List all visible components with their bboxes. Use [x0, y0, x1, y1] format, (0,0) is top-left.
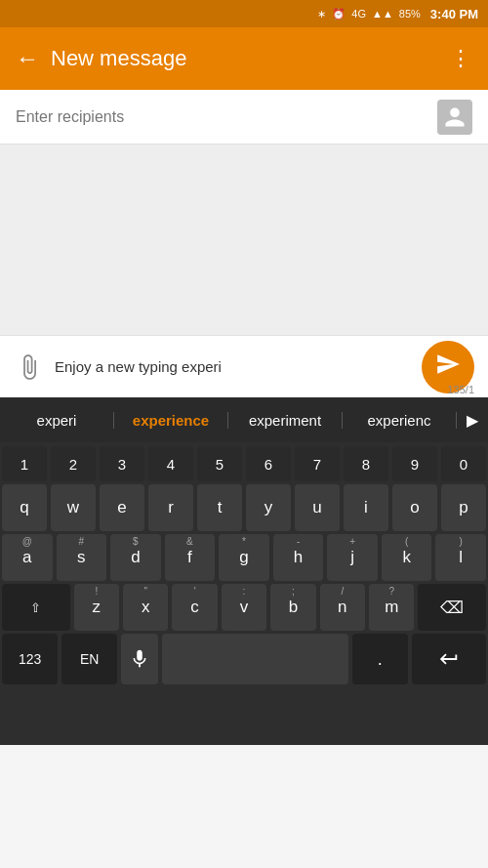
enter-key[interactable]	[412, 634, 486, 684]
shift-key[interactable]: ⇧	[2, 584, 70, 631]
key-9[interactable]: 9	[392, 446, 437, 481]
alarm-icon: ⏰	[332, 8, 346, 21]
key-t[interactable]: t	[197, 484, 242, 531]
key-e[interactable]: e	[100, 484, 144, 531]
autocomplete-word-1[interactable]: experi	[0, 412, 114, 429]
language-key[interactable]: EN	[61, 634, 117, 684]
key-7[interactable]: 7	[295, 446, 340, 481]
period-key[interactable]: .	[352, 634, 408, 684]
key-2[interactable]: 2	[51, 446, 96, 481]
send-icon	[435, 351, 461, 383]
key-w[interactable]: w	[51, 484, 96, 531]
recipients-bar	[0, 90, 488, 145]
message-text: Enjoy a new typing experi	[45, 358, 444, 375]
microphone-key[interactable]	[121, 634, 158, 684]
key-v[interactable]: :v	[222, 584, 266, 631]
char-count: 135/1	[447, 384, 474, 395]
key-x[interactable]: "x	[123, 584, 168, 631]
key-h[interactable]: -h	[273, 534, 324, 581]
app-bar: ← New message ⋮	[0, 27, 488, 90]
key-s[interactable]: #s	[57, 534, 107, 581]
key-1[interactable]: 1	[2, 446, 47, 481]
key-3[interactable]: 3	[100, 446, 144, 481]
keyboard-bottom-row: 123 EN .	[2, 634, 486, 684]
key-y[interactable]: y	[246, 484, 291, 531]
key-q[interactable]: q	[2, 484, 47, 531]
key-4[interactable]: 4	[148, 446, 193, 481]
key-c[interactable]: 'c	[172, 584, 217, 631]
key-k[interactable]: (k	[382, 534, 432, 581]
space-key[interactable]	[162, 634, 347, 684]
keyboard-num-row: 1 2 3 4 5 6 7 8 9 0	[2, 446, 486, 481]
key-0[interactable]: 0	[441, 446, 486, 481]
key-i[interactable]: i	[344, 484, 388, 531]
signal-icon: ▲▲	[372, 8, 393, 20]
compose-area	[0, 145, 488, 335]
status-bar: ∗ ⏰ 4G ▲▲ 85% 3:40 PM	[0, 0, 488, 27]
key-5[interactable]: 5	[197, 446, 242, 481]
battery-status: 85%	[399, 8, 421, 20]
bottom-toolbar: Enjoy a new typing experi ☺ 135/1	[0, 335, 488, 397]
key-o[interactable]: o	[392, 484, 437, 531]
back-icon[interactable]: ←	[16, 45, 39, 72]
contact-picker-icon[interactable]	[437, 100, 472, 135]
recipients-input[interactable]	[16, 108, 437, 126]
attach-icon[interactable]	[14, 351, 45, 383]
key-r[interactable]: r	[148, 484, 193, 531]
keyboard-asdf-row: @a #s $d &f *g -h +j (k )l	[2, 534, 486, 581]
key-m[interactable]: ?m	[369, 584, 414, 631]
key-n[interactable]: /n	[320, 584, 365, 631]
more-options-icon[interactable]: ⋮	[450, 46, 472, 71]
key-f[interactable]: &f	[165, 534, 216, 581]
numbers-switch-key[interactable]: 123	[2, 634, 58, 684]
key-b[interactable]: ;b	[270, 584, 315, 631]
key-u[interactable]: u	[295, 484, 340, 531]
key-a[interactable]: @a	[2, 534, 53, 581]
autocomplete-bar: experi experience experiment experienc ▶	[0, 397, 488, 442]
key-j[interactable]: +j	[327, 534, 378, 581]
keyboard: 1 2 3 4 5 6 7 8 9 0 q w e r t y u i o p …	[0, 442, 488, 745]
key-g[interactable]: *g	[219, 534, 269, 581]
key-p[interactable]: p	[441, 484, 486, 531]
autocomplete-word-4[interactable]: experienc	[343, 412, 457, 429]
delete-key[interactable]: ⌫	[418, 584, 486, 631]
autocomplete-word-2[interactable]: experience	[114, 412, 228, 429]
key-8[interactable]: 8	[344, 446, 388, 481]
keyboard-qwerty-row: q w e r t y u i o p	[2, 484, 486, 531]
app-title: New message	[51, 46, 438, 71]
keyboard-zxcv-row: ⇧ !z "x 'c :v ;b /n ?m ⌫	[2, 584, 486, 631]
network-icon: 4G	[351, 8, 366, 20]
status-time: 3:40 PM	[430, 7, 478, 21]
autocomplete-expand-icon[interactable]: ▶	[457, 397, 488, 442]
autocomplete-word-3[interactable]: experiment	[228, 412, 343, 429]
key-d[interactable]: $d	[110, 534, 161, 581]
bluetooth-icon: ∗	[317, 8, 326, 21]
key-z[interactable]: !z	[74, 584, 119, 631]
key-l[interactable]: )l	[435, 534, 486, 581]
key-6[interactable]: 6	[246, 446, 291, 481]
